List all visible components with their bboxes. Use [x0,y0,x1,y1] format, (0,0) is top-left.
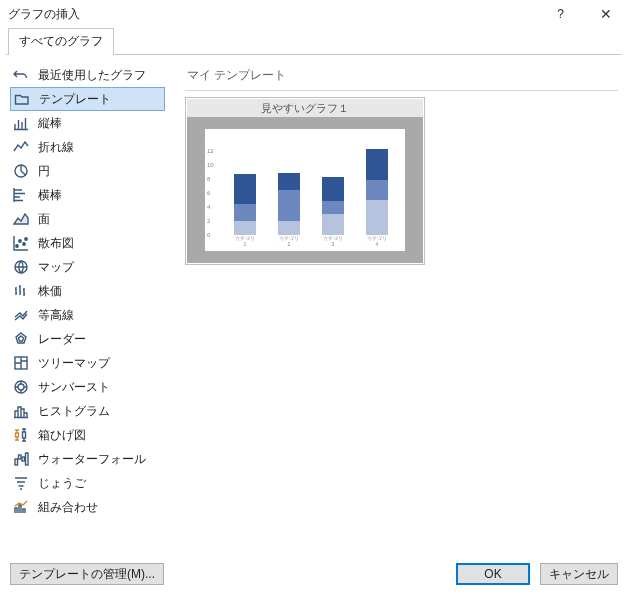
sidebar-item-label: 等高線 [38,307,74,324]
chart-type-icon [12,426,30,444]
sidebar-item-label: 折れ線 [38,139,74,156]
chart-type-icon [12,186,30,204]
sidebar-item-11[interactable]: レーダー [10,327,165,351]
sidebar-item-label: サンバースト [38,379,110,396]
sidebar-item-10[interactable]: 等高線 [10,303,165,327]
template-thumbnail-title: 見やすいグラフ１ [187,99,423,117]
sidebar-item-label: ヒストグラム [38,403,110,420]
sidebar-item-2[interactable]: 縦棒 [10,111,165,135]
sidebar-item-17[interactable]: じょうご [10,471,165,495]
chart-bar [322,177,344,235]
svg-point-2 [19,240,21,242]
dialog-title: グラフの挿入 [8,6,538,23]
svg-point-1 [16,245,18,247]
sidebar-item-label: 箱ひげ図 [38,427,86,444]
sidebar-item-14[interactable]: ヒストグラム [10,399,165,423]
svg-point-4 [25,238,27,240]
chart-ytick: 2 [207,218,210,224]
sidebar-item-label: テンプレート [39,91,111,108]
chart-type-icon [12,210,30,228]
svg-rect-13 [22,457,25,461]
chart-type-icon [12,354,30,372]
sidebar-item-label: 散布図 [38,235,74,252]
sidebar-item-4[interactable]: 円 [10,159,165,183]
sidebar-item-12[interactable]: ツリーマップ [10,351,165,375]
ok-button[interactable]: OK [456,563,530,585]
chart-type-icon [12,378,30,396]
sidebar-item-label: 面 [38,211,50,228]
sidebar-item-1[interactable]: テンプレート [10,87,165,111]
chart-type-icon [12,402,30,420]
sidebar-item-15[interactable]: 箱ひげ図 [10,423,165,447]
chart-type-icon [13,90,31,108]
close-button[interactable]: ✕ [583,0,628,28]
svg-point-3 [23,243,25,245]
sidebar-item-label: ツリーマップ [38,355,110,372]
chart-type-icon [12,258,30,276]
sidebar-item-8[interactable]: マップ [10,255,165,279]
chart-type-icon [12,306,30,324]
tab-all-charts[interactable]: すべてのグラフ [8,28,114,55]
section-header-my-templates: マイ テンプレート [185,63,618,91]
chart-type-icon [12,330,30,348]
svg-rect-10 [23,432,26,438]
template-thumbnail[interactable]: 見やすいグラフ１ 024681012カテゴリ 1カテゴリ 2カテゴリ 3カテゴリ… [185,97,425,265]
template-thumbnail-preview: 024681012カテゴリ 1カテゴリ 2カテゴリ 3カテゴリ 4 [187,117,423,263]
chart-category-label: カテゴリ 4 [366,235,388,247]
manage-templates-button[interactable]: テンプレートの管理(M)... [10,563,164,585]
sidebar-item-label: 組み合わせ [38,499,98,516]
cancel-button[interactable]: キャンセル [540,563,618,585]
chart-type-icon [12,282,30,300]
sidebar-item-label: 横棒 [38,187,62,204]
svg-rect-14 [26,453,29,465]
sidebar-item-18[interactable]: 組み合わせ [10,495,165,519]
chart-ytick: 0 [207,232,210,238]
sidebar-item-label: レーダー [38,331,86,348]
chart-type-icon [12,450,30,468]
chart-ytick: 8 [207,176,210,182]
chart-bar [234,174,256,235]
svg-rect-11 [15,459,18,465]
sidebar-item-label: 株価 [38,283,62,300]
sidebar-item-label: 最近使用したグラフ [38,67,146,84]
chart-ytick: 10 [207,162,214,168]
sidebar-item-7[interactable]: 散布図 [10,231,165,255]
chart-ytick: 12 [207,148,214,154]
chart-type-icon [12,138,30,156]
chart-type-icon [12,66,30,84]
svg-rect-9 [16,433,19,437]
chart-type-icon [12,114,30,132]
chart-type-icon [12,234,30,252]
sidebar-item-13[interactable]: サンバースト [10,375,165,399]
sidebar-item-label: マップ [38,259,74,276]
chart-category-label: カテゴリ 3 [322,235,344,247]
chart-type-icon [12,474,30,492]
chart-type-sidebar: 最近使用したグラフテンプレート縦棒折れ線円横棒面散布図マップ株価等高線レーダーツ… [10,63,165,549]
sidebar-item-label: ウォーターフォール [38,451,146,468]
sidebar-item-6[interactable]: 面 [10,207,165,231]
svg-rect-12 [19,455,22,459]
sidebar-item-5[interactable]: 横棒 [10,183,165,207]
sidebar-item-0[interactable]: 最近使用したグラフ [10,63,165,87]
chart-bar [366,149,388,235]
sidebar-item-3[interactable]: 折れ線 [10,135,165,159]
chart-ytick: 6 [207,190,210,196]
sidebar-item-label: じょうご [38,475,86,492]
chart-type-icon [12,162,30,180]
sidebar-item-label: 縦棒 [38,115,62,132]
chart-type-icon [12,498,30,516]
sidebar-item-label: 円 [38,163,50,180]
sidebar-item-9[interactable]: 株価 [10,279,165,303]
help-button[interactable]: ? [538,0,583,28]
sidebar-item-16[interactable]: ウォーターフォール [10,447,165,471]
svg-point-8 [18,384,24,390]
chart-bar [278,173,300,235]
chart-category-label: カテゴリ 1 [234,235,256,247]
chart-category-label: カテゴリ 2 [278,235,300,247]
chart-ytick: 4 [207,204,210,210]
